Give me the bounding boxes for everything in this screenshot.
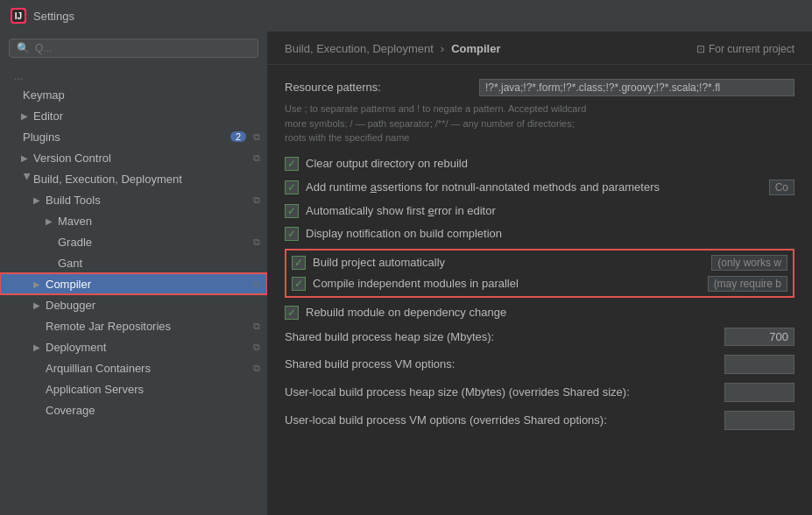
sidebar-item-label: Debugger (46, 299, 260, 312)
heap-size-label: Shared build process heap size (Mbytes): (285, 330, 714, 343)
checkbox-clear-output-input[interactable] (285, 157, 299, 171)
checkbox-compile-parallel[interactable]: Compile independent modules in parallel … (292, 275, 787, 293)
copy-icon: ⧉ (253, 279, 260, 290)
sidebar-ellipsis: ... (0, 68, 267, 84)
title-bar: IJ Settings (0, 0, 812, 32)
checkbox-show-first-error-input[interactable] (285, 204, 299, 218)
sidebar-item-label: Compiler (46, 278, 250, 291)
arrow-icon: ▶ (21, 153, 33, 163)
user-local-vm-input[interactable] (724, 411, 794, 430)
vm-options-input[interactable] (724, 355, 794, 374)
checkbox-rebuild-module-label: Rebuild module on dependency change (306, 306, 794, 319)
checkbox-build-automatically[interactable]: Build project automatically (only works … (292, 254, 787, 272)
content-body: Resource patterns: Use ; to separate pat… (267, 65, 812, 515)
checkbox-compile-parallel-label: Compile independent modules in parallel (313, 277, 701, 290)
copy-icon: ⧉ (253, 152, 260, 164)
search-box[interactable]: 🔍 (9, 39, 258, 58)
user-local-vm-row: User-local build process VM options (ove… (285, 411, 794, 430)
user-local-vm-label: User-local build process VM options (ove… (285, 413, 714, 427)
checkbox-show-first-error[interactable]: Automatically show first error in editor (285, 203, 794, 219)
checkbox-build-automatically-input[interactable] (292, 256, 306, 270)
sidebar-item-editor[interactable]: ▶ Editor (0, 105, 267, 126)
sidebar-item-label: Build, Execution, Deployment (33, 173, 260, 186)
sidebar-item-label: Version Control (33, 152, 250, 165)
red-outline-group: Build project automatically (only works … (285, 249, 794, 298)
sidebar-item-keymap[interactable]: Keymap (0, 84, 267, 105)
user-local-heap-row: User-local build process heap size (Mbyt… (285, 383, 794, 402)
breadcrumb-separator: › (441, 42, 444, 55)
checkbox-rebuild-module[interactable]: Rebuild module on dependency change (285, 305, 794, 321)
arrow-icon: ▶ (21, 111, 33, 121)
checkbox-display-notification-input[interactable] (285, 227, 299, 241)
breadcrumb-current: Compiler (451, 42, 500, 55)
heap-size-input[interactable] (724, 328, 794, 346)
svg-text:IJ: IJ (15, 11, 22, 21)
breadcrumb-project: ⊡ For current project (696, 43, 794, 55)
sidebar-item-plugins[interactable]: Plugins 2 ⧉ (0, 126, 267, 147)
sidebar-item-arquillian[interactable]: Arquillian Containers ⧉ (0, 357, 267, 378)
sidebar-item-label: Gant (58, 257, 260, 270)
copy-icon: ⧉ (253, 342, 260, 353)
user-local-heap-input[interactable] (724, 383, 794, 402)
checkbox-display-notification-label: Display notification on build completion (306, 227, 794, 240)
project-icon: ⊡ (696, 43, 705, 55)
sidebar-item-label: Gradle (58, 236, 250, 249)
sidebar-item-version-control[interactable]: ▶ Version Control ⧉ (0, 147, 267, 168)
breadcrumb-project-label: For current project (709, 43, 794, 55)
checkbox-compile-parallel-input[interactable] (292, 277, 306, 291)
sidebar-item-label: Editor (33, 109, 260, 123)
hint-text: Use ; to separate patterns and ! to nega… (285, 102, 775, 145)
sidebar-item-debugger[interactable]: ▶ Debugger (0, 294, 267, 315)
copy-icon: ⧉ (253, 131, 260, 143)
sidebar-item-label: Arquillian Containers (46, 362, 250, 375)
arrow-icon: ▶ (23, 173, 32, 185)
user-local-heap-label: User-local build process heap size (Mbyt… (285, 385, 714, 399)
app-logo-icon: IJ (11, 8, 26, 24)
plugins-badge: 2 (230, 131, 246, 142)
checkbox-display-notification[interactable]: Display notification on build completion (285, 226, 794, 242)
sidebar-list: ... Keymap ▶ Editor Plugins 2 ⧉ ▶ Ver (0, 65, 267, 515)
vm-options-label: Shared build process VM options: (285, 357, 714, 370)
checkbox-add-runtime-input[interactable] (285, 180, 299, 194)
arrow-icon: ▶ (33, 279, 46, 289)
sidebar-item-remote-jar[interactable]: Remote Jar Repositories ⧉ (0, 315, 267, 336)
arrow-icon: ▶ (46, 216, 58, 226)
sidebar-item-build-execution[interactable]: ▶ Build, Execution, Deployment (0, 168, 267, 189)
sidebar-item-label: Maven (58, 215, 260, 228)
arrow-icon: ▶ (33, 300, 46, 310)
arrow-icon: ▶ (33, 342, 46, 352)
add-runtime-suffix: Co (769, 180, 794, 195)
sidebar-item-label: Application Servers (46, 383, 260, 396)
checkbox-clear-output[interactable]: Clear output directory on rebuild (285, 156, 794, 172)
copy-icon: ⧉ (253, 363, 260, 374)
compile-parallel-suffix: (may require b (708, 276, 787, 292)
checkbox-rebuild-module-input[interactable] (285, 306, 299, 320)
sidebar-item-maven[interactable]: ▶ Maven (0, 210, 267, 231)
content-area: Build, Execution, Deployment › Compiler … (267, 32, 812, 515)
search-input[interactable] (35, 42, 251, 54)
sidebar-item-label: Remote Jar Repositories (46, 320, 250, 333)
resource-patterns-input[interactable] (479, 79, 794, 96)
vm-options-row: Shared build process VM options: (285, 355, 794, 374)
copy-icon: ⧉ (253, 194, 260, 206)
sidebar-item-app-servers[interactable]: Application Servers (0, 378, 267, 399)
search-icon: 🔍 (17, 42, 30, 54)
sidebar-item-build-tools[interactable]: ▶ Build Tools ⧉ (0, 189, 267, 210)
sidebar-item-compiler[interactable]: ▶ Compiler ⧉ (0, 273, 267, 294)
breadcrumb-parent: Build, Execution, Deployment (285, 42, 434, 55)
sidebar-item-gradle[interactable]: Gradle ⧉ (0, 231, 267, 252)
sidebar: 🔍 ... Keymap ▶ Editor Plugins 2 ⧉ (0, 32, 267, 515)
content-header: Build, Execution, Deployment › Compiler … (267, 32, 812, 65)
sidebar-item-label: Deployment (46, 341, 250, 354)
copy-icon: ⧉ (253, 236, 260, 248)
resource-patterns-row: Resource patterns: (285, 79, 794, 96)
checkbox-show-first-error-label: Automatically show first error in editor (306, 204, 794, 217)
checkbox-add-runtime-label: Add runtime assertions for notnull-annot… (306, 180, 762, 194)
sidebar-item-coverage[interactable]: Coverage (0, 399, 267, 420)
title-bar-text: Settings (33, 10, 74, 23)
sidebar-item-label: Build Tools (46, 194, 250, 207)
sidebar-item-deployment[interactable]: ▶ Deployment ⧉ (0, 336, 267, 357)
sidebar-item-gant[interactable]: Gant (0, 252, 267, 273)
checkbox-add-runtime[interactable]: Add runtime assertions for notnull-annot… (285, 179, 794, 196)
build-auto-suffix: (only works w (711, 255, 787, 271)
